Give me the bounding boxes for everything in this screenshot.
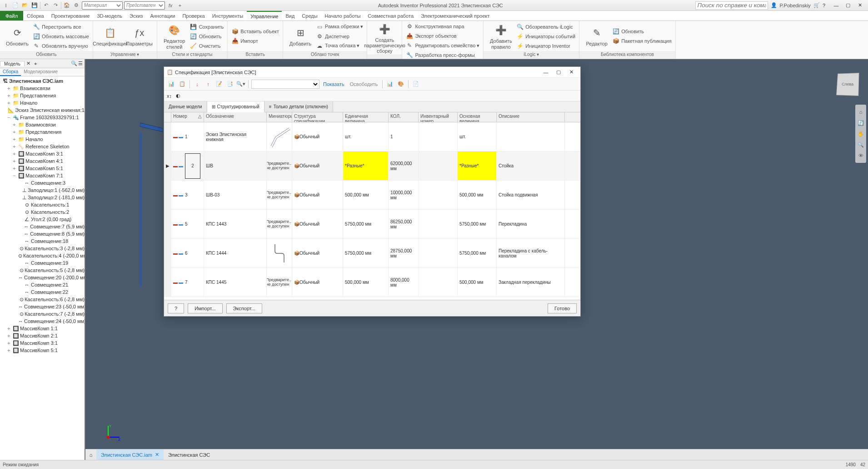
grid-row[interactable]: ▶▬▬2ШВПредварите... не доступен📦 Обычный…: [164, 151, 580, 181]
grid-row[interactable]: ▬▬7КПС 1445Предварите... не доступен📦 Об…: [164, 268, 580, 297]
browser-subtab-modeling[interactable]: Моделирование: [21, 68, 60, 76]
user-icon[interactable]: 👤: [771, 2, 777, 8]
ribbon-big-Добавить правило[interactable]: ➕Добавить правило: [486, 23, 515, 49]
ribbon-small-Рамка обрезки ▾[interactable]: ▭Рамка обрезки ▾: [315, 22, 364, 31]
qat-open-icon[interactable]: 📂: [21, 1, 29, 10]
help-button[interactable]: ?: [168, 303, 184, 313]
ribbon-big-Редактор стилей[interactable]: 🎨Редактор стилей: [160, 23, 189, 49]
tree-item[interactable]: +🔲МассивКомп 4:1: [0, 157, 85, 165]
tree-item[interactable]: +🔲МассивКомп 3:1: [0, 150, 85, 157]
qat-plus-icon[interactable]: +: [176, 1, 184, 10]
nav-home-icon[interactable]: ⌂: [855, 106, 866, 117]
tb-btn-c[interactable]: 📄: [411, 80, 420, 89]
ribbon-small-Обновить[interactable]: 🔄Обновить: [611, 27, 672, 36]
subbar-icon-2[interactable]: ◐: [176, 93, 185, 99]
tb-btn-b[interactable]: 🎨: [396, 80, 405, 89]
tree-item[interactable]: +📁Представления: [0, 128, 85, 136]
ribbon-small-Перестроить все[interactable]: 🔧Перестроить все: [32, 22, 90, 31]
ribbon-tab-0[interactable]: Сборка: [23, 11, 48, 20]
tree-item[interactable]: +📁Взаимосвязи: [0, 85, 85, 92]
col-structure[interactable]: Структура спецификации: [292, 112, 343, 122]
tb-show-link[interactable]: Показать: [321, 81, 346, 87]
view-tab-parts-only[interactable]: ≡Только детали (отключен): [264, 101, 333, 112]
done-button[interactable]: Готово: [548, 303, 577, 313]
ribbon-small-Инициаторы событий[interactable]: ⚡Инициаторы событий: [515, 32, 576, 41]
qat-redo-icon[interactable]: ↷: [51, 1, 60, 10]
tree-item[interactable]: ↔Совмещение:3: [0, 179, 85, 187]
ribbon-tab-11[interactable]: Совместная работа: [364, 11, 417, 20]
ribbon-small-Обновить[interactable]: 🔄Обновить: [189, 32, 225, 41]
ribbon-small-Редактировать семейство ▾[interactable]: ✎Редактировать семейство ▾: [405, 41, 480, 50]
ribbon-tab-4[interactable]: Аннотации: [146, 11, 179, 20]
ribbon-tab-6[interactable]: Инструменты: [209, 11, 247, 20]
ribbon-tab-3[interactable]: Эскиз: [126, 11, 146, 20]
tree-item[interactable]: ⊙Касательность:4 (-200,0 мм): [0, 252, 85, 259]
export-button[interactable]: Экспорт...: [226, 303, 262, 313]
maximize-button[interactable]: ▢: [843, 1, 853, 10]
tree-item[interactable]: ⊙Касательность:1: [0, 201, 85, 208]
bom-grid[interactable]: Номер △ Обозначение Миниатюры Структура …: [164, 112, 580, 300]
ribbon-small-Точка облака ▾[interactable]: ☁Точка облака ▾: [315, 41, 364, 50]
ribbon-big-Спецификация[interactable]: 📋Спецификация: [96, 25, 125, 46]
qat-save-icon[interactable]: 💾: [30, 1, 39, 10]
doc-tab-active[interactable]: Элистинская СЭС.iam✕: [96, 449, 164, 460]
col-thumbnail[interactable]: Миниатюры: [267, 112, 292, 122]
tree-item[interactable]: ⊙Касательность:5 (-2,8 мм): [0, 267, 85, 274]
tree-item[interactable]: ⊥Заподлицо:1 (-562,0 мм): [0, 187, 85, 194]
user-name[interactable]: P.Pobedinskiy: [780, 3, 811, 8]
nav-zoom-icon[interactable]: 🔍: [855, 139, 866, 150]
tree-item[interactable]: ↔Совмещение:7 (5,9 мм): [0, 223, 85, 230]
ribbon-small-Конструктивная пара[interactable]: ⚙Конструктивная пара: [405, 22, 480, 31]
viewcube[interactable]: Слева: [836, 73, 859, 96]
ribbon-big-Обновить[interactable]: ⟳Обновить: [3, 25, 32, 46]
tb-btn-5[interactable]: 📝: [215, 80, 224, 89]
minimize-button[interactable]: —: [831, 1, 842, 10]
qat-home-icon[interactable]: 🏠: [63, 1, 71, 10]
ribbon-big-Создать параметрическую сборку[interactable]: ➕Создать параметрическую сборку: [370, 22, 399, 54]
help-search-input[interactable]: [695, 1, 768, 10]
tree-item[interactable]: ↔Совмещение:20 (-200,0 мм): [0, 274, 85, 281]
ribbon-small-Инициатор Inventor[interactable]: ⚡Инициатор Inventor: [515, 41, 576, 50]
tree-root[interactable]: 🏗 Элистинская СЭС.iam: [0, 77, 85, 85]
tree-item[interactable]: ↔Совмещение:23 (-50,0 мм): [0, 303, 85, 310]
col-inventory[interactable]: Инвентарный номер: [419, 112, 458, 122]
col-description[interactable]: Описание: [497, 112, 565, 122]
nav-look-icon[interactable]: 👁: [855, 150, 866, 161]
browser-tab-model[interactable]: Модель: [0, 61, 25, 66]
ribbon-tab-2[interactable]: 3D-модель: [94, 11, 126, 20]
ribbon-big-Редактор[interactable]: ✎Редактор: [582, 25, 611, 46]
appearance-dropdown[interactable]: Представлен: [124, 1, 165, 10]
qat-new-icon[interactable]: 📄: [11, 1, 20, 10]
dialog-maximize-button[interactable]: ▢: [552, 68, 565, 77]
browser-search-icon[interactable]: 🔍: [71, 61, 77, 66]
tree-item[interactable]: ⊙Касательность:6 (-2,8 мм): [0, 296, 85, 303]
tree-item[interactable]: ↔Совмещение:8 (5,9 мм): [0, 230, 85, 237]
tree-item[interactable]: −🔲МассивКомп 7:1: [0, 172, 85, 179]
ribbon-small-Диспетчер[interactable]: ⚙Диспетчер: [315, 32, 364, 41]
ribbon-small-Обновить массовые[interactable]: 🔄Обновить массовые: [32, 32, 90, 41]
tb-combo[interactable]: [251, 80, 319, 89]
tree-item[interactable]: 📐Эскиз Элистинская книжная:1: [0, 106, 85, 114]
qat-undo-icon[interactable]: ↶: [42, 1, 50, 10]
dialog-close-button[interactable]: ✕: [565, 68, 578, 77]
ribbon-small-Вставить объект[interactable]: 📦Вставить объект: [230, 27, 280, 36]
ribbon-small-Пакетная публикация[interactable]: 📦Пакетная публикация: [611, 36, 672, 45]
nav-orbit-icon[interactable]: 🔄: [855, 117, 866, 128]
ribbon-small-Обозреватель iLogic[interactable]: 🔍Обозреватель iLogic: [515, 22, 576, 31]
tree-item[interactable]: ↔Совмещение:22: [0, 288, 85, 296]
col-number[interactable]: Номер △: [171, 112, 204, 122]
doc-home-icon[interactable]: ⌂: [85, 452, 96, 458]
tb-btn-6[interactable]: 📑: [225, 80, 234, 89]
tb-release-link[interactable]: Освободить: [348, 81, 379, 87]
tree-item[interactable]: +📁Представления: [0, 92, 85, 99]
tb-sort-asc-icon[interactable]: ↓: [193, 80, 202, 89]
tree-item[interactable]: ⊙Касательность:2: [0, 208, 85, 216]
qat-gear-icon[interactable]: ⚙: [72, 1, 80, 10]
import-button[interactable]: Импорт...: [188, 303, 222, 313]
tree-item[interactable]: +📁Взаимосвязи: [0, 121, 85, 128]
tb-sort-desc-icon[interactable]: ↑: [204, 80, 213, 89]
tree-item[interactable]: −🔩Frame 16032693329791:1: [0, 114, 85, 121]
cart-icon[interactable]: 🛒: [813, 2, 820, 8]
ribbon-small-Разработка пресс-формы[interactable]: 🔧Разработка пресс-формы: [405, 50, 480, 60]
ribbon-tab-8[interactable]: Вид: [282, 11, 298, 20]
